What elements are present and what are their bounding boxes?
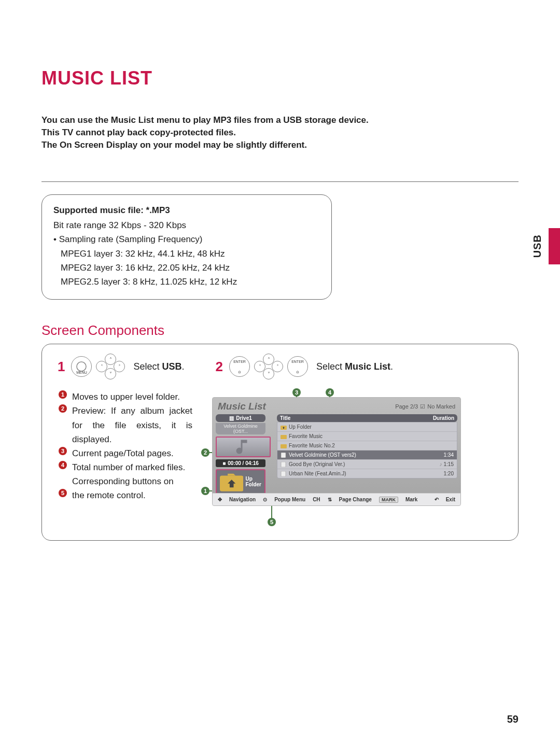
folder-icon bbox=[281, 434, 287, 439]
svg-text:3: 3 bbox=[295, 389, 298, 396]
updown-icon: ⇅ bbox=[328, 497, 332, 502]
svg-rect-26 bbox=[281, 453, 286, 458]
osd-col-title: Title bbox=[280, 415, 290, 421]
svg-text:4: 4 bbox=[61, 462, 65, 468]
spec-mpeg2: MPEG2 layer 3: 16 kHz, 22.05 kHz, 24 kHz bbox=[53, 261, 320, 275]
osd-column-header: Title Duration bbox=[277, 414, 457, 422]
spec-bitrate: Bit rate range 32 Kbps - 320 Kbps bbox=[53, 218, 320, 232]
footer-page-change: Page Change bbox=[339, 497, 372, 502]
osd-marked: No Marked bbox=[427, 403, 455, 410]
osd-progress-text: 00:00 / 04:16 bbox=[228, 460, 259, 466]
intro-line-3: The On Screen Display on your model may … bbox=[41, 140, 519, 150]
svg-text:2: 2 bbox=[204, 449, 207, 456]
drive-icon: ▥ bbox=[229, 415, 234, 421]
legend-5b: the remote control. bbox=[72, 488, 192, 502]
osd-row-title: Velvet Goldmine (OST vers2) bbox=[289, 452, 356, 458]
enter-button-label-2: ENTER bbox=[291, 360, 304, 363]
osd-subtitle: Velvet Goldmine (OST... bbox=[216, 423, 265, 434]
svg-point-0 bbox=[77, 362, 86, 371]
svg-text:1: 1 bbox=[61, 391, 64, 398]
osd-rows: Up FolderFavorite MusicFavorite Music No… bbox=[277, 422, 457, 478]
svg-text:2: 2 bbox=[61, 405, 64, 412]
legend-bullet-4-icon: 4 bbox=[58, 460, 68, 470]
svg-rect-24 bbox=[281, 435, 287, 439]
svg-rect-25 bbox=[281, 444, 287, 448]
legend-3: Current page/Total pages. bbox=[72, 446, 192, 460]
step-2-suffix: . bbox=[390, 361, 393, 372]
file-icon bbox=[281, 471, 287, 476]
svg-rect-27 bbox=[281, 462, 286, 467]
file-icon bbox=[281, 462, 287, 467]
folder-icon bbox=[281, 443, 287, 448]
osd-footer: ✥ Navigation ⊙ Popup Menu CH ⇅ Page Chan… bbox=[213, 493, 460, 505]
svg-text:5: 5 bbox=[270, 519, 273, 525]
play-icon: ♪ bbox=[440, 461, 442, 467]
legend-2: Preview: If any album jacket for the fil… bbox=[72, 404, 192, 446]
legend-bullet-1-icon: 1 bbox=[58, 390, 68, 399]
upfolder-icon bbox=[281, 425, 287, 430]
osd-drive: ▥ Drive1 bbox=[216, 414, 265, 422]
nav-arrows-icon: ✥ bbox=[218, 497, 222, 502]
osd-row[interactable]: Up Folder bbox=[277, 422, 457, 431]
mark-key-icon: MARK bbox=[379, 497, 398, 503]
footer-ch: CH bbox=[313, 497, 320, 502]
section-divider bbox=[41, 181, 519, 182]
osd-row-title: Favorite Music No.2 bbox=[289, 443, 335, 448]
osd-progress: ■ 00:00 / 04:16 bbox=[216, 459, 265, 467]
footer-nav: Navigation bbox=[229, 497, 256, 502]
osd-row[interactable]: Favorite Music No.2 bbox=[277, 441, 457, 450]
osd-row[interactable]: Favorite Music bbox=[277, 431, 457, 441]
osd-row[interactable]: Urban Nite (Feat.Amin.J)1:20 bbox=[277, 469, 457, 478]
osd-row[interactable]: Good Bye (Original Ver.)♪1:15 bbox=[277, 459, 457, 469]
osd-row-title: Good Bye (Original Ver.) bbox=[289, 461, 345, 467]
osd-row-duration: 1:34 bbox=[431, 452, 454, 458]
menu-button-icon: MENU bbox=[71, 356, 92, 377]
step-2-number: 2 bbox=[216, 359, 223, 375]
osd-page: Page 2/3 bbox=[395, 403, 418, 410]
svg-text:1: 1 bbox=[204, 488, 207, 494]
legend-bullet-5-icon: 5 bbox=[58, 488, 68, 498]
osd-row-title: Up Folder bbox=[289, 424, 312, 430]
enter-button-icon-2: ENTER ⊙ bbox=[287, 356, 308, 377]
step-2: 2 ENTER ⊙ ˄˅ ˂˃ ENTER ⊙ Select Music Lis… bbox=[216, 354, 394, 379]
intro-text: You can use the Music List menu to play … bbox=[41, 115, 519, 150]
osd-row-title: Urban Nite (Feat.Amin.J) bbox=[289, 471, 346, 476]
step-1-number: 1 bbox=[58, 359, 65, 375]
spec-mpeg25: MPEG2.5 layer 3: 8 kHz, 11.025 kHz, 12 k… bbox=[53, 275, 320, 289]
footer-exit: Exit bbox=[446, 497, 455, 502]
side-tab bbox=[549, 228, 560, 264]
spec-sampling-head: • Sampling rate (Sampling Frequency) bbox=[53, 232, 320, 246]
intro-line-2: This TV cannot play back copy-protected … bbox=[41, 128, 519, 138]
osd-upfolder-left-label: Up Folder bbox=[245, 476, 261, 487]
svg-text:3: 3 bbox=[61, 448, 64, 454]
legend-bullet-2-icon: 2 bbox=[58, 404, 68, 413]
step-1-suffix: . bbox=[182, 361, 185, 372]
legend-5a: Corresponding buttons on bbox=[72, 474, 192, 488]
osd-album-preview bbox=[216, 437, 271, 457]
nav-pad-icon: ˄˅ ˂˃ bbox=[96, 354, 125, 379]
stop-icon: ■ bbox=[222, 460, 226, 466]
spec-box: Supported music file: *.MP3 Bit rate ran… bbox=[41, 194, 332, 300]
enter-button-icon: ENTER ⊙ bbox=[229, 356, 250, 377]
osd-screen: Music List Page 2/3 ☑ No Marked ▥ Drive1 bbox=[212, 397, 461, 506]
osd-drive-label: Drive1 bbox=[236, 415, 252, 421]
osd-wrap: 3 4 2 1 5 Music List Page 2/3 ☑ No bbox=[203, 390, 508, 506]
osd-col-duration: Duration bbox=[433, 415, 454, 421]
sub-heading: Screen Components bbox=[41, 322, 519, 339]
step-1-prefix: Select bbox=[133, 361, 162, 372]
spec-title: Supported music file: *.MP3 bbox=[53, 203, 320, 217]
osd-row-title: Favorite Music bbox=[289, 433, 323, 439]
step-2-bold: Music List bbox=[345, 361, 390, 372]
svg-text:5: 5 bbox=[61, 490, 64, 496]
osd-row[interactable]: Velvet Goldmine (OST vers2)1:34 bbox=[277, 450, 457, 459]
legend: 1 Moves to upper level folder. 2 Preview… bbox=[58, 390, 192, 506]
return-icon: ↶ bbox=[435, 497, 439, 502]
menu-button-label: MENU bbox=[76, 371, 87, 374]
step-2-text: Select Music List. bbox=[316, 361, 393, 372]
legend-4: Total number of marked files. bbox=[72, 460, 192, 474]
file-icon bbox=[281, 453, 287, 458]
osd-upfolder-left[interactable]: Up Folder bbox=[216, 469, 265, 494]
music-note-icon bbox=[234, 438, 253, 456]
step-1-text: Select USB. bbox=[133, 361, 184, 372]
footer-mark: Mark bbox=[405, 497, 417, 502]
